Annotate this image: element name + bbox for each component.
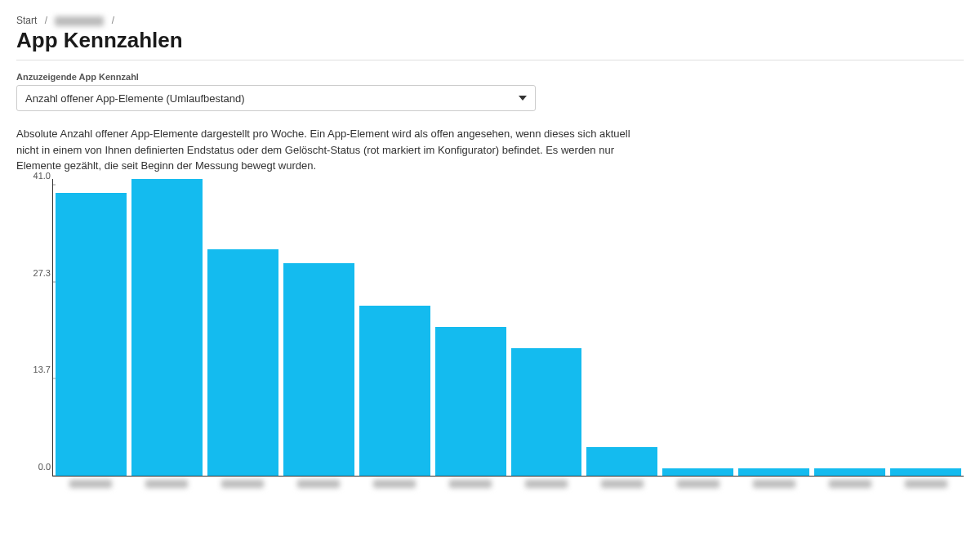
x-tick-label <box>736 477 812 495</box>
metric-dropdown-value: Anzahl offener App-Elemente (Umlaufbesta… <box>25 92 245 105</box>
bar[interactable] <box>131 179 203 476</box>
bar-slot <box>433 179 509 476</box>
breadcrumb: Start / / <box>16 15 964 26</box>
x-tick-label <box>584 477 660 495</box>
x-axis <box>52 477 964 495</box>
bar[interactable] <box>56 193 127 476</box>
bar[interactable] <box>890 468 961 476</box>
x-tick-label <box>128 477 204 495</box>
bar[interactable] <box>814 468 885 476</box>
bar-slot <box>660 179 736 476</box>
bar-slot <box>205 179 281 476</box>
bar-slot <box>53 179 129 476</box>
divider <box>16 60 964 60</box>
y-axis: 0.013.727.341.0 <box>16 179 52 477</box>
plot-area <box>52 179 964 477</box>
breadcrumb-item-redacted[interactable] <box>55 16 104 26</box>
page-title: App Kennzahlen <box>16 28 964 53</box>
bar[interactable] <box>359 306 430 475</box>
x-tick-label <box>888 477 964 495</box>
bar[interactable] <box>207 249 278 476</box>
bar[interactable] <box>586 447 657 476</box>
bar-slot <box>812 179 888 476</box>
bar-chart: 0.013.727.341.0 <box>16 179 964 495</box>
x-tick-label <box>280 477 356 495</box>
bar-slot <box>357 179 433 476</box>
x-tick-label <box>432 477 508 495</box>
x-tick-label <box>660 477 736 495</box>
x-tick-label <box>204 477 280 495</box>
chevron-down-icon <box>519 96 527 101</box>
bar-slot <box>509 179 585 476</box>
bar-slot <box>281 179 357 476</box>
y-tick-label: 13.7 <box>33 365 51 374</box>
breadcrumb-start[interactable]: Start <box>16 15 37 26</box>
x-tick-label <box>508 477 584 495</box>
bar-slot <box>584 179 660 476</box>
bar[interactable] <box>511 348 582 476</box>
y-tick-label: 27.3 <box>33 268 51 278</box>
filter-label: Anzuzeigende App Kennzahl <box>16 72 964 82</box>
page: Start / / App Kennzahlen Anzuzeigende Ap… <box>0 0 980 546</box>
breadcrumb-separator: / <box>112 15 114 26</box>
bar[interactable] <box>435 327 506 476</box>
bars-row <box>53 179 964 476</box>
bar-slot <box>888 179 964 476</box>
bar[interactable] <box>283 263 354 475</box>
x-tick-label <box>812 477 888 495</box>
x-tick-label <box>356 477 432 495</box>
metric-dropdown[interactable]: Anzahl offener App-Elemente (Umlaufbesta… <box>16 85 536 111</box>
y-tick-label: 0.0 <box>38 462 51 472</box>
x-tick-label <box>52 477 128 495</box>
bar[interactable] <box>662 468 733 476</box>
y-tick-label: 41.0 <box>33 171 51 181</box>
metric-description: Absolute Anzahl offener App-Elemente dar… <box>16 126 633 174</box>
bar-slot <box>129 179 205 476</box>
breadcrumb-separator: / <box>45 15 47 26</box>
bar[interactable] <box>738 468 809 476</box>
bar-slot <box>736 179 812 476</box>
